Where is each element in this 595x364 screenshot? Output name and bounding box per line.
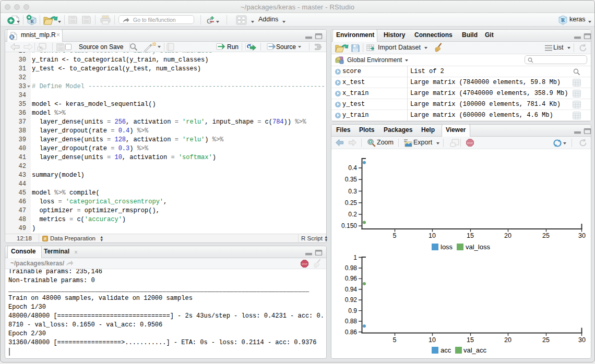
svg-text:R: R xyxy=(30,19,34,24)
svg-text:0.4: 0.4 xyxy=(348,164,357,172)
svg-text:acc: acc xyxy=(441,346,451,354)
svg-text:1: 1 xyxy=(353,254,357,261)
svg-text:25: 25 xyxy=(542,232,550,239)
svg-text:val_acc: val_acc xyxy=(463,346,487,354)
svg-text:20: 20 xyxy=(504,232,511,239)
svg-text:0.92: 0.92 xyxy=(345,296,358,304)
svg-text:0.9: 0.9 xyxy=(348,307,357,314)
svg-text:loss: loss xyxy=(441,243,453,251)
svg-text:5: 5 xyxy=(393,232,397,239)
svg-text:10: 10 xyxy=(429,336,436,344)
svg-text:0.94: 0.94 xyxy=(345,286,358,293)
svg-text:0.3: 0.3 xyxy=(348,188,357,195)
svg-text:15: 15 xyxy=(467,336,474,344)
svg-text:5: 5 xyxy=(393,336,397,344)
svg-text:0.25: 0.25 xyxy=(345,199,358,207)
svg-text:15: 15 xyxy=(467,232,474,239)
svg-text:0.2: 0.2 xyxy=(348,211,357,218)
svg-text:30: 30 xyxy=(578,336,586,344)
svg-text:20: 20 xyxy=(504,336,511,344)
svg-text:0.86: 0.86 xyxy=(345,329,358,336)
svg-text:0.150: 0.150 xyxy=(341,222,357,229)
svg-text:val_loss: val_loss xyxy=(466,243,490,251)
svg-text:STOP: STOP xyxy=(302,263,308,265)
svg-text:R: R xyxy=(561,17,565,23)
svg-text:0.35: 0.35 xyxy=(345,176,358,183)
svg-text:25: 25 xyxy=(542,336,550,344)
svg-text:10: 10 xyxy=(429,232,436,239)
svg-text:STOP: STOP xyxy=(467,142,473,144)
svg-text:R: R xyxy=(10,35,14,40)
svg-text:30: 30 xyxy=(578,232,586,239)
svg-text:0.96: 0.96 xyxy=(345,275,358,282)
svg-text:0.98: 0.98 xyxy=(345,264,358,272)
svg-text:0.88: 0.88 xyxy=(345,318,358,325)
